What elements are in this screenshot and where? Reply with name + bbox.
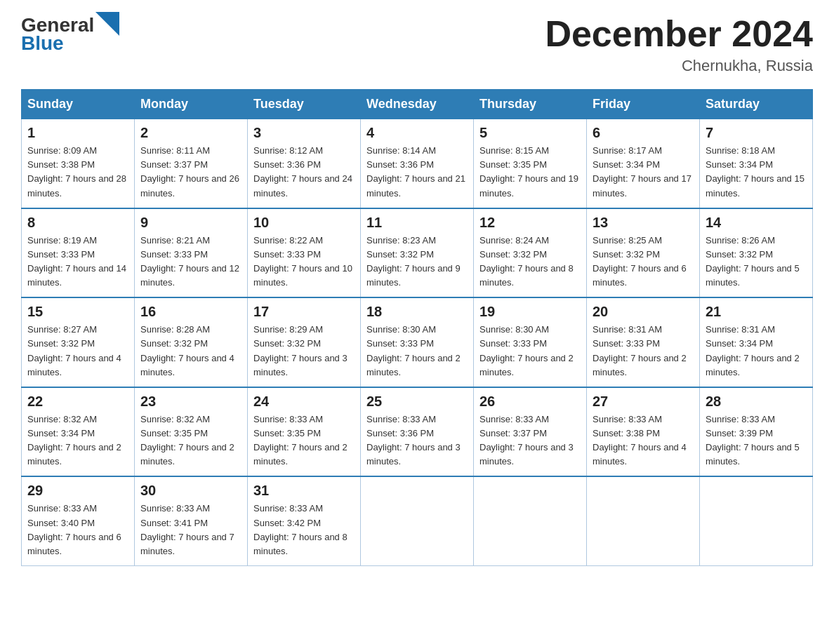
day-number: 23 bbox=[140, 394, 241, 410]
day-info: Sunrise: 8:28 AMSunset: 3:32 PMDaylight:… bbox=[140, 323, 241, 380]
calendar-day-cell: 8Sunrise: 8:19 AMSunset: 3:33 PMDaylight… bbox=[22, 208, 135, 298]
day-number: 12 bbox=[479, 215, 581, 231]
calendar-week-row: 1Sunrise: 8:09 AMSunset: 3:38 PMDaylight… bbox=[22, 119, 813, 208]
day-number: 17 bbox=[253, 304, 355, 320]
day-info: Sunrise: 8:30 AMSunset: 3:33 PMDaylight:… bbox=[479, 323, 581, 380]
calendar-day-cell: 31Sunrise: 8:33 AMSunset: 3:42 PMDayligh… bbox=[248, 476, 361, 565]
calendar-day-cell: 15Sunrise: 8:27 AMSunset: 3:32 PMDayligh… bbox=[22, 297, 135, 387]
day-number: 2 bbox=[140, 125, 241, 141]
calendar-week-row: 22Sunrise: 8:32 AMSunset: 3:34 PMDayligh… bbox=[22, 387, 813, 477]
weekday-header-thursday: Thursday bbox=[474, 90, 587, 119]
weekday-header-friday: Friday bbox=[587, 90, 700, 119]
calendar-day-cell: 26Sunrise: 8:33 AMSunset: 3:37 PMDayligh… bbox=[474, 387, 587, 477]
calendar-day-cell: 24Sunrise: 8:33 AMSunset: 3:35 PMDayligh… bbox=[248, 387, 361, 477]
calendar-day-cell: 20Sunrise: 8:31 AMSunset: 3:33 PMDayligh… bbox=[587, 297, 700, 387]
day-number: 18 bbox=[366, 304, 468, 320]
calendar-day-cell: 18Sunrise: 8:30 AMSunset: 3:33 PMDayligh… bbox=[361, 297, 474, 387]
day-number: 25 bbox=[366, 394, 468, 410]
calendar-day-cell bbox=[474, 476, 587, 565]
calendar-day-cell bbox=[361, 476, 474, 565]
day-info: Sunrise: 8:12 AMSunset: 3:36 PMDaylight:… bbox=[253, 144, 355, 201]
day-info: Sunrise: 8:32 AMSunset: 3:34 PMDaylight:… bbox=[27, 412, 128, 469]
calendar-week-row: 8Sunrise: 8:19 AMSunset: 3:33 PMDaylight… bbox=[22, 208, 813, 298]
logo-text-blue: Blue bbox=[21, 32, 64, 55]
day-info: Sunrise: 8:33 AMSunset: 3:37 PMDaylight:… bbox=[479, 412, 581, 469]
logo: General Blue bbox=[21, 14, 119, 55]
day-info: Sunrise: 8:33 AMSunset: 3:40 PMDaylight:… bbox=[27, 502, 128, 558]
calendar-table: SundayMondayTuesdayWednesdayThursdayFrid… bbox=[21, 89, 813, 566]
day-info: Sunrise: 8:23 AMSunset: 3:32 PMDaylight:… bbox=[366, 234, 468, 290]
day-info: Sunrise: 8:25 AMSunset: 3:32 PMDaylight:… bbox=[593, 234, 694, 290]
day-info: Sunrise: 8:17 AMSunset: 3:34 PMDaylight:… bbox=[593, 144, 694, 201]
day-number: 11 bbox=[366, 215, 468, 231]
day-number: 29 bbox=[27, 483, 128, 499]
day-number: 19 bbox=[479, 304, 581, 320]
calendar-day-cell: 5Sunrise: 8:15 AMSunset: 3:35 PMDaylight… bbox=[474, 119, 587, 208]
day-info: Sunrise: 8:18 AMSunset: 3:34 PMDaylight:… bbox=[706, 144, 807, 201]
month-title: December 2024 bbox=[545, 14, 813, 54]
day-number: 15 bbox=[27, 304, 128, 320]
day-number: 4 bbox=[366, 125, 468, 141]
calendar-day-cell: 22Sunrise: 8:32 AMSunset: 3:34 PMDayligh… bbox=[22, 387, 135, 477]
day-number: 8 bbox=[27, 215, 128, 231]
calendar-day-cell: 17Sunrise: 8:29 AMSunset: 3:32 PMDayligh… bbox=[248, 297, 361, 387]
day-info: Sunrise: 8:33 AMSunset: 3:36 PMDaylight:… bbox=[366, 412, 468, 469]
day-number: 10 bbox=[253, 215, 355, 231]
day-info: Sunrise: 8:24 AMSunset: 3:32 PMDaylight:… bbox=[479, 234, 581, 290]
day-number: 7 bbox=[706, 125, 807, 141]
calendar-day-cell: 21Sunrise: 8:31 AMSunset: 3:34 PMDayligh… bbox=[700, 297, 813, 387]
day-number: 24 bbox=[253, 394, 355, 410]
day-info: Sunrise: 8:11 AMSunset: 3:37 PMDaylight:… bbox=[140, 144, 241, 201]
calendar-day-cell: 10Sunrise: 8:22 AMSunset: 3:33 PMDayligh… bbox=[248, 208, 361, 298]
day-number: 31 bbox=[253, 483, 355, 499]
calendar-day-cell: 29Sunrise: 8:33 AMSunset: 3:40 PMDayligh… bbox=[22, 476, 135, 565]
day-number: 14 bbox=[706, 215, 807, 231]
calendar-day-cell: 30Sunrise: 8:33 AMSunset: 3:41 PMDayligh… bbox=[135, 476, 248, 565]
day-info: Sunrise: 8:22 AMSunset: 3:33 PMDaylight:… bbox=[253, 234, 355, 290]
day-number: 28 bbox=[706, 394, 807, 410]
day-number: 9 bbox=[140, 215, 241, 231]
calendar-day-cell: 16Sunrise: 8:28 AMSunset: 3:32 PMDayligh… bbox=[135, 297, 248, 387]
day-info: Sunrise: 8:31 AMSunset: 3:34 PMDaylight:… bbox=[706, 323, 807, 380]
calendar-day-cell: 11Sunrise: 8:23 AMSunset: 3:32 PMDayligh… bbox=[361, 208, 474, 298]
day-info: Sunrise: 8:15 AMSunset: 3:35 PMDaylight:… bbox=[479, 144, 581, 201]
calendar-day-cell: 14Sunrise: 8:26 AMSunset: 3:32 PMDayligh… bbox=[700, 208, 813, 298]
calendar-day-cell: 9Sunrise: 8:21 AMSunset: 3:33 PMDaylight… bbox=[135, 208, 248, 298]
day-info: Sunrise: 8:19 AMSunset: 3:33 PMDaylight:… bbox=[27, 234, 128, 290]
day-number: 30 bbox=[140, 483, 241, 499]
day-info: Sunrise: 8:33 AMSunset: 3:41 PMDaylight:… bbox=[140, 502, 241, 558]
day-number: 20 bbox=[593, 304, 694, 320]
calendar-day-cell: 23Sunrise: 8:32 AMSunset: 3:35 PMDayligh… bbox=[135, 387, 248, 477]
weekday-header-tuesday: Tuesday bbox=[248, 90, 361, 119]
day-number: 3 bbox=[253, 125, 355, 141]
calendar-week-row: 29Sunrise: 8:33 AMSunset: 3:40 PMDayligh… bbox=[22, 476, 813, 565]
calendar-day-cell: 25Sunrise: 8:33 AMSunset: 3:36 PMDayligh… bbox=[361, 387, 474, 477]
calendar-day-cell bbox=[587, 476, 700, 565]
weekday-header-wednesday: Wednesday bbox=[361, 90, 474, 119]
calendar-day-cell: 13Sunrise: 8:25 AMSunset: 3:32 PMDayligh… bbox=[587, 208, 700, 298]
weekday-header-row: SundayMondayTuesdayWednesdayThursdayFrid… bbox=[22, 90, 813, 119]
day-number: 16 bbox=[140, 304, 241, 320]
calendar-day-cell bbox=[700, 476, 813, 565]
logo-triangle-icon bbox=[95, 12, 119, 36]
weekday-header-monday: Monday bbox=[135, 90, 248, 119]
day-info: Sunrise: 8:33 AMSunset: 3:39 PMDaylight:… bbox=[706, 412, 807, 469]
day-number: 27 bbox=[593, 394, 694, 410]
svg-marker-0 bbox=[95, 12, 119, 36]
day-number: 13 bbox=[593, 215, 694, 231]
calendar-day-cell: 7Sunrise: 8:18 AMSunset: 3:34 PMDaylight… bbox=[700, 119, 813, 208]
day-info: Sunrise: 8:30 AMSunset: 3:33 PMDaylight:… bbox=[366, 323, 468, 380]
calendar-day-cell: 27Sunrise: 8:33 AMSunset: 3:38 PMDayligh… bbox=[587, 387, 700, 477]
day-info: Sunrise: 8:29 AMSunset: 3:32 PMDaylight:… bbox=[253, 323, 355, 380]
day-number: 21 bbox=[706, 304, 807, 320]
calendar-week-row: 15Sunrise: 8:27 AMSunset: 3:32 PMDayligh… bbox=[22, 297, 813, 387]
calendar-day-cell: 4Sunrise: 8:14 AMSunset: 3:36 PMDaylight… bbox=[361, 119, 474, 208]
calendar-day-cell: 2Sunrise: 8:11 AMSunset: 3:37 PMDaylight… bbox=[135, 119, 248, 208]
day-info: Sunrise: 8:27 AMSunset: 3:32 PMDaylight:… bbox=[27, 323, 128, 380]
calendar-day-cell: 12Sunrise: 8:24 AMSunset: 3:32 PMDayligh… bbox=[474, 208, 587, 298]
day-number: 1 bbox=[27, 125, 128, 141]
day-number: 26 bbox=[479, 394, 581, 410]
day-info: Sunrise: 8:26 AMSunset: 3:32 PMDaylight:… bbox=[706, 234, 807, 290]
day-info: Sunrise: 8:33 AMSunset: 3:42 PMDaylight:… bbox=[253, 502, 355, 558]
day-info: Sunrise: 8:14 AMSunset: 3:36 PMDaylight:… bbox=[366, 144, 468, 201]
